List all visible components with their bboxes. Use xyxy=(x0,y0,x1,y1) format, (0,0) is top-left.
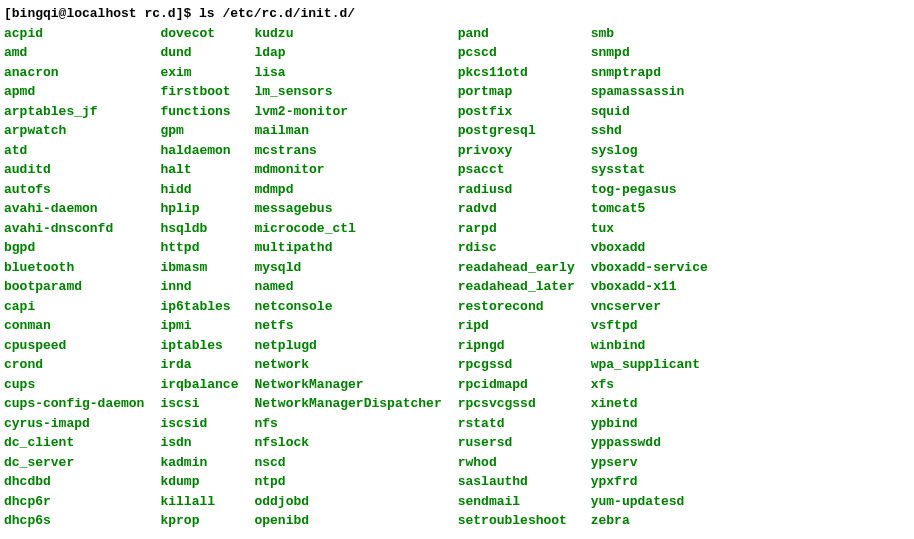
file-entry: crond xyxy=(4,355,144,375)
file-entry: readahead_later xyxy=(458,277,575,297)
file-entry: mdmonitor xyxy=(254,160,441,180)
file-entry: named xyxy=(254,277,441,297)
file-entry: dhcp6r xyxy=(4,492,144,512)
file-entry: netfs xyxy=(254,316,441,336)
ls-column-5: smbsnmpdsnmptrapdspamassassinsquidsshdsy… xyxy=(591,24,708,531)
file-entry: hidd xyxy=(160,180,238,200)
file-entry: ibmasm xyxy=(160,258,238,278)
file-entry: bootparamd xyxy=(4,277,144,297)
file-entry: bluetooth xyxy=(4,258,144,278)
file-entry: iscsid xyxy=(160,414,238,434)
file-entry: tomcat5 xyxy=(591,199,708,219)
file-entry: rpcsvcgssd xyxy=(458,394,575,414)
ls-column-3: kudzuldaplisalm_sensorslvm2-monitormailm… xyxy=(254,24,441,531)
file-entry: radvd xyxy=(458,199,575,219)
file-entry: vboxadd-service xyxy=(591,258,708,278)
file-entry: lvm2-monitor xyxy=(254,102,441,122)
file-entry: snmptrapd xyxy=(591,63,708,83)
file-entry: syslog xyxy=(591,141,708,161)
file-entry: dund xyxy=(160,43,238,63)
file-entry: kadmin xyxy=(160,453,238,473)
file-entry: multipathd xyxy=(254,238,441,258)
file-entry: ntpd xyxy=(254,472,441,492)
file-entry: innd xyxy=(160,277,238,297)
file-entry: vsftpd xyxy=(591,316,708,336)
file-entry: mailman xyxy=(254,121,441,141)
file-entry: rpcidmapd xyxy=(458,375,575,395)
file-entry: iptables xyxy=(160,336,238,356)
file-entry: apmd xyxy=(4,82,144,102)
file-entry: kudzu xyxy=(254,24,441,44)
file-entry: hsqldb xyxy=(160,219,238,239)
file-entry: rdisc xyxy=(458,238,575,258)
file-entry: functions xyxy=(160,102,238,122)
file-entry: irda xyxy=(160,355,238,375)
shell-prompt: [bingqi@localhost rc.d]$ ls /etc/rc.d/in… xyxy=(4,4,910,24)
file-entry: cpuspeed xyxy=(4,336,144,356)
file-entry: network xyxy=(254,355,441,375)
file-entry: openibd xyxy=(254,511,441,531)
file-entry: httpd xyxy=(160,238,238,258)
file-entry: nfs xyxy=(254,414,441,434)
file-entry: yum-updatesd xyxy=(591,492,708,512)
file-entry: nfslock xyxy=(254,433,441,453)
file-entry: hplip xyxy=(160,199,238,219)
file-entry: radiusd xyxy=(458,180,575,200)
file-entry: NetworkManager xyxy=(254,375,441,395)
file-entry: ypserv xyxy=(591,453,708,473)
file-entry: auditd xyxy=(4,160,144,180)
file-entry: sendmail xyxy=(458,492,575,512)
file-entry: saslauthd xyxy=(458,472,575,492)
file-entry: messagebus xyxy=(254,199,441,219)
file-entry: nscd xyxy=(254,453,441,473)
file-entry: isdn xyxy=(160,433,238,453)
file-entry: rpcgssd xyxy=(458,355,575,375)
file-entry: sshd xyxy=(591,121,708,141)
file-entry: autofs xyxy=(4,180,144,200)
file-entry: anacron xyxy=(4,63,144,83)
ls-output: acpidamdanacronapmdarptables_jfarpwatcha… xyxy=(4,24,910,531)
file-entry: portmap xyxy=(458,82,575,102)
file-entry: halt xyxy=(160,160,238,180)
file-entry: cyrus-imapd xyxy=(4,414,144,434)
file-entry: iscsi xyxy=(160,394,238,414)
file-entry: smb xyxy=(591,24,708,44)
file-entry: snmpd xyxy=(591,43,708,63)
file-entry: xfs xyxy=(591,375,708,395)
file-entry: dhcp6s xyxy=(4,511,144,531)
file-entry: zebra xyxy=(591,511,708,531)
file-entry: mcstrans xyxy=(254,141,441,161)
file-entry: sysstat xyxy=(591,160,708,180)
file-entry: conman xyxy=(4,316,144,336)
file-entry: acpid xyxy=(4,24,144,44)
file-entry: postfix xyxy=(458,102,575,122)
file-entry: yppasswdd xyxy=(591,433,708,453)
file-entry: dc_server xyxy=(4,453,144,473)
file-entry: spamassassin xyxy=(591,82,708,102)
file-entry: tog-pegasus xyxy=(591,180,708,200)
file-entry: ripngd xyxy=(458,336,575,356)
file-entry: haldaemon xyxy=(160,141,238,161)
file-entry: privoxy xyxy=(458,141,575,161)
file-entry: xinetd xyxy=(591,394,708,414)
file-entry: NetworkManagerDispatcher xyxy=(254,394,441,414)
file-entry: readahead_early xyxy=(458,258,575,278)
file-entry: ypbind xyxy=(591,414,708,434)
file-entry: vboxadd-x11 xyxy=(591,277,708,297)
file-entry: setroubleshoot xyxy=(458,511,575,531)
file-entry: squid xyxy=(591,102,708,122)
file-entry: ip6tables xyxy=(160,297,238,317)
file-entry: restorecond xyxy=(458,297,575,317)
file-entry: dovecot xyxy=(160,24,238,44)
file-entry: netplugd xyxy=(254,336,441,356)
file-entry: gpm xyxy=(160,121,238,141)
file-entry: avahi-dnsconfd xyxy=(4,219,144,239)
file-entry: cups-config-daemon xyxy=(4,394,144,414)
file-entry: oddjobd xyxy=(254,492,441,512)
ls-column-2: dovecotdundeximfirstbootfunctionsgpmhald… xyxy=(160,24,238,531)
file-entry: pkcs11otd xyxy=(458,63,575,83)
file-entry: vncserver xyxy=(591,297,708,317)
file-entry: cups xyxy=(4,375,144,395)
file-entry: rwhod xyxy=(458,453,575,473)
file-entry: rusersd xyxy=(458,433,575,453)
